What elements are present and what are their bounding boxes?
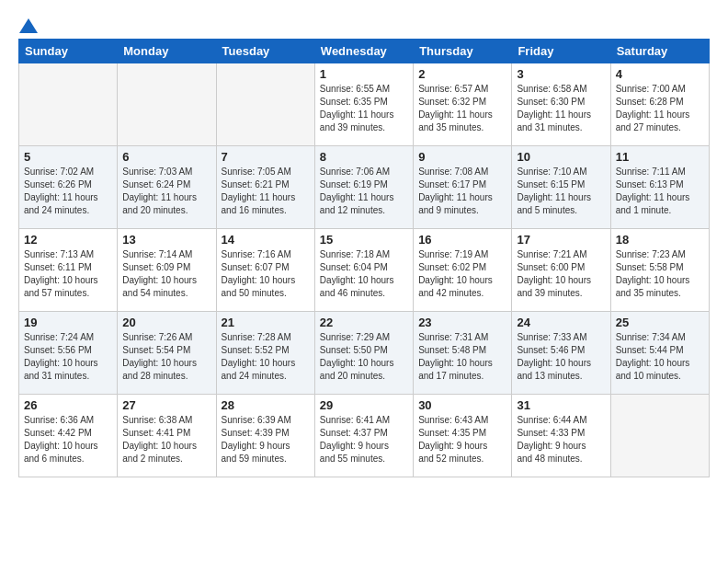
logo <box>18 18 39 29</box>
cell-content: Sunrise: 7:34 AM Sunset: 5:44 PM Dayligh… <box>616 331 704 383</box>
day-number: 15 <box>320 233 408 247</box>
calendar-cell: 16Sunrise: 7:19 AM Sunset: 6:02 PM Dayli… <box>414 229 512 312</box>
calendar-table: SundayMondayTuesdayWednesdayThursdayFrid… <box>18 39 710 477</box>
calendar-week-row: 26Sunrise: 6:36 AM Sunset: 4:42 PM Dayli… <box>19 395 710 477</box>
day-number: 2 <box>418 67 506 81</box>
calendar-cell: 10Sunrise: 7:10 AM Sunset: 6:15 PM Dayli… <box>512 146 610 229</box>
calendar-cell: 9Sunrise: 7:08 AM Sunset: 6:17 PM Daylig… <box>414 146 512 229</box>
calendar-cell: 17Sunrise: 7:21 AM Sunset: 6:00 PM Dayli… <box>512 229 610 312</box>
cell-content: Sunrise: 7:24 AM Sunset: 5:56 PM Dayligh… <box>24 331 112 383</box>
calendar-cell: 25Sunrise: 7:34 AM Sunset: 5:44 PM Dayli… <box>610 312 709 395</box>
cell-content: Sunrise: 7:19 AM Sunset: 6:02 PM Dayligh… <box>418 248 506 300</box>
cell-content: Sunrise: 7:02 AM Sunset: 6:26 PM Dayligh… <box>24 166 112 217</box>
calendar-cell: 31Sunrise: 6:44 AM Sunset: 4:33 PM Dayli… <box>512 395 610 477</box>
day-number: 6 <box>122 150 210 164</box>
day-number: 31 <box>517 398 605 412</box>
calendar-cell: 23Sunrise: 7:31 AM Sunset: 5:48 PM Dayli… <box>414 312 512 395</box>
cell-content: Sunrise: 7:21 AM Sunset: 6:00 PM Dayligh… <box>517 248 605 300</box>
day-number: 14 <box>222 233 310 247</box>
weekday-header-thursday: Thursday <box>414 40 512 63</box>
cell-content: Sunrise: 7:33 AM Sunset: 5:46 PM Dayligh… <box>517 331 605 383</box>
calendar-cell: 11Sunrise: 7:11 AM Sunset: 6:13 PM Dayli… <box>610 146 709 229</box>
day-number: 27 <box>122 398 210 412</box>
cell-content: Sunrise: 7:16 AM Sunset: 6:07 PM Dayligh… <box>222 248 310 300</box>
calendar-header-row: SundayMondayTuesdayWednesdayThursdayFrid… <box>19 40 710 63</box>
day-number: 29 <box>320 398 408 412</box>
day-number: 16 <box>418 233 506 247</box>
cell-content: Sunrise: 7:13 AM Sunset: 6:11 PM Dayligh… <box>24 248 112 300</box>
cell-content: Sunrise: 7:26 AM Sunset: 5:54 PM Dayligh… <box>122 331 210 383</box>
calendar-cell <box>118 63 216 146</box>
cell-content: Sunrise: 7:11 AM Sunset: 6:13 PM Dayligh… <box>616 166 704 217</box>
calendar-cell: 4Sunrise: 7:00 AM Sunset: 6:28 PM Daylig… <box>610 63 709 146</box>
cell-content: Sunrise: 7:06 AM Sunset: 6:19 PM Dayligh… <box>320 166 408 217</box>
calendar-cell: 24Sunrise: 7:33 AM Sunset: 5:46 PM Dayli… <box>512 312 610 395</box>
calendar-cell: 15Sunrise: 7:18 AM Sunset: 6:04 PM Dayli… <box>314 229 413 312</box>
day-number: 22 <box>320 316 408 329</box>
calendar-cell: 29Sunrise: 6:41 AM Sunset: 4:37 PM Dayli… <box>314 395 413 477</box>
day-number: 12 <box>24 233 112 247</box>
cell-content: Sunrise: 6:43 AM Sunset: 4:35 PM Dayligh… <box>418 414 506 465</box>
weekday-header-sunday: Sunday <box>19 40 118 63</box>
calendar-cell <box>216 63 314 146</box>
weekday-header-friday: Friday <box>512 40 610 63</box>
day-number: 3 <box>517 67 605 81</box>
calendar-cell: 7Sunrise: 7:05 AM Sunset: 6:21 PM Daylig… <box>216 146 314 229</box>
cell-content: Sunrise: 6:39 AM Sunset: 4:39 PM Dayligh… <box>222 414 310 465</box>
calendar-cell: 30Sunrise: 6:43 AM Sunset: 4:35 PM Dayli… <box>414 395 512 477</box>
svg-marker-0 <box>19 18 38 33</box>
calendar-cell: 13Sunrise: 7:14 AM Sunset: 6:09 PM Dayli… <box>118 229 216 312</box>
day-number: 7 <box>222 150 310 164</box>
calendar-cell: 2Sunrise: 6:57 AM Sunset: 6:32 PM Daylig… <box>414 63 512 146</box>
cell-content: Sunrise: 6:44 AM Sunset: 4:33 PM Dayligh… <box>517 414 605 465</box>
calendar-cell: 20Sunrise: 7:26 AM Sunset: 5:54 PM Dayli… <box>118 312 216 395</box>
cell-content: Sunrise: 7:08 AM Sunset: 6:17 PM Dayligh… <box>418 166 506 217</box>
calendar-cell: 1Sunrise: 6:55 AM Sunset: 6:35 PM Daylig… <box>314 63 413 146</box>
calendar-cell: 18Sunrise: 7:23 AM Sunset: 5:58 PM Dayli… <box>610 229 709 312</box>
day-number: 11 <box>616 150 704 164</box>
weekday-header-tuesday: Tuesday <box>216 40 314 63</box>
calendar-cell: 8Sunrise: 7:06 AM Sunset: 6:19 PM Daylig… <box>314 146 413 229</box>
cell-content: Sunrise: 6:38 AM Sunset: 4:41 PM Dayligh… <box>122 414 210 465</box>
cell-content: Sunrise: 7:31 AM Sunset: 5:48 PM Dayligh… <box>418 331 506 383</box>
day-number: 26 <box>24 398 112 412</box>
day-number: 18 <box>616 233 704 247</box>
cell-content: Sunrise: 7:14 AM Sunset: 6:09 PM Dayligh… <box>122 248 210 300</box>
cell-content: Sunrise: 7:10 AM Sunset: 6:15 PM Dayligh… <box>517 166 605 217</box>
calendar-cell: 21Sunrise: 7:28 AM Sunset: 5:52 PM Dayli… <box>216 312 314 395</box>
day-number: 20 <box>122 316 210 329</box>
day-number: 24 <box>517 316 605 329</box>
day-number: 17 <box>517 233 605 247</box>
calendar-cell: 3Sunrise: 6:58 AM Sunset: 6:30 PM Daylig… <box>512 63 610 146</box>
weekday-header-monday: Monday <box>118 40 216 63</box>
day-number: 9 <box>418 150 506 164</box>
cell-content: Sunrise: 6:41 AM Sunset: 4:37 PM Dayligh… <box>320 414 408 465</box>
day-number: 8 <box>320 150 408 164</box>
calendar-week-row: 12Sunrise: 7:13 AM Sunset: 6:11 PM Dayli… <box>19 229 710 312</box>
calendar-week-row: 5Sunrise: 7:02 AM Sunset: 6:26 PM Daylig… <box>19 146 710 229</box>
page-header <box>18 18 710 29</box>
cell-content: Sunrise: 6:58 AM Sunset: 6:30 PM Dayligh… <box>517 83 605 134</box>
calendar-cell <box>610 395 709 477</box>
cell-content: Sunrise: 7:28 AM Sunset: 5:52 PM Dayligh… <box>222 331 310 383</box>
day-number: 23 <box>418 316 506 329</box>
calendar-week-row: 1Sunrise: 6:55 AM Sunset: 6:35 PM Daylig… <box>19 63 710 146</box>
cell-content: Sunrise: 6:57 AM Sunset: 6:32 PM Dayligh… <box>418 83 506 134</box>
cell-content: Sunrise: 6:36 AM Sunset: 4:42 PM Dayligh… <box>24 414 112 465</box>
calendar-cell: 5Sunrise: 7:02 AM Sunset: 6:26 PM Daylig… <box>19 146 118 229</box>
calendar-cell: 6Sunrise: 7:03 AM Sunset: 6:24 PM Daylig… <box>118 146 216 229</box>
day-number: 28 <box>222 398 310 412</box>
day-number: 13 <box>122 233 210 247</box>
calendar-cell: 22Sunrise: 7:29 AM Sunset: 5:50 PM Dayli… <box>314 312 413 395</box>
weekday-header-wednesday: Wednesday <box>314 40 413 63</box>
logo-icon <box>19 18 38 33</box>
day-number: 30 <box>418 398 506 412</box>
calendar-cell: 28Sunrise: 6:39 AM Sunset: 4:39 PM Dayli… <box>216 395 314 477</box>
day-number: 21 <box>222 316 310 329</box>
cell-content: Sunrise: 7:05 AM Sunset: 6:21 PM Dayligh… <box>222 166 310 217</box>
day-number: 10 <box>517 150 605 164</box>
cell-content: Sunrise: 7:03 AM Sunset: 6:24 PM Dayligh… <box>122 166 210 217</box>
calendar-cell: 14Sunrise: 7:16 AM Sunset: 6:07 PM Dayli… <box>216 229 314 312</box>
cell-content: Sunrise: 7:29 AM Sunset: 5:50 PM Dayligh… <box>320 331 408 383</box>
cell-content: Sunrise: 7:00 AM Sunset: 6:28 PM Dayligh… <box>616 83 704 134</box>
